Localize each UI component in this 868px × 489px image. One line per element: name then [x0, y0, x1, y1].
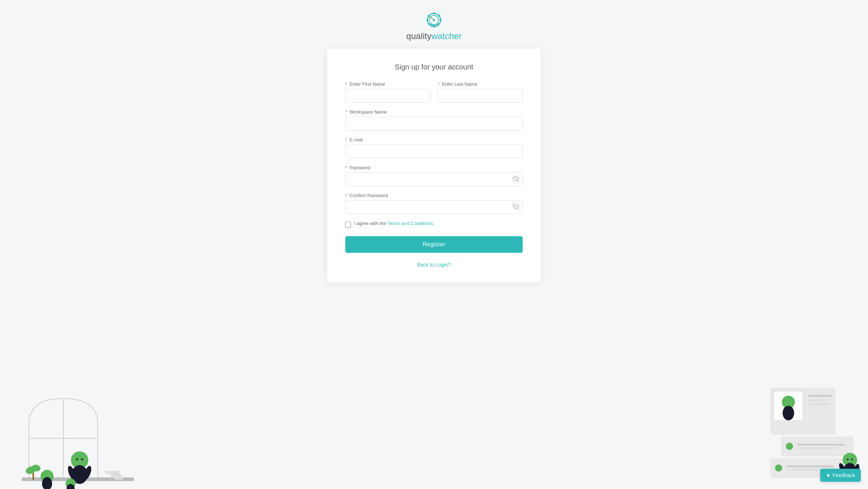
svg-rect-41 [781, 437, 854, 456]
svg-rect-43 [797, 444, 844, 446]
svg-point-28 [66, 479, 76, 489]
svg-point-22 [72, 465, 88, 484]
svg-point-17 [44, 478, 50, 484]
password-visibility-toggle[interactable] [513, 175, 519, 183]
back-login-area: Back to Login? [345, 261, 523, 268]
terms-label: I agree with the Terms and Conditions. [354, 221, 434, 226]
svg-rect-34 [774, 391, 803, 420]
feedback-star-icon: ★ [826, 472, 831, 478]
workspace-label: * Workspace Name [345, 109, 523, 115]
svg-rect-3 [433, 26, 435, 27]
password-group: * Password [345, 165, 523, 186]
svg-rect-18 [33, 473, 34, 480]
svg-point-36 [783, 406, 794, 420]
svg-point-25 [83, 465, 93, 480]
svg-point-20 [31, 464, 41, 472]
svg-point-27 [81, 458, 83, 460]
svg-point-54 [847, 459, 849, 460]
register-button[interactable]: Register [345, 236, 523, 253]
svg-rect-32 [114, 477, 123, 480]
svg-rect-38 [808, 395, 832, 397]
back-login-link[interactable]: Back to Login? [417, 262, 451, 268]
svg-point-24 [67, 465, 77, 480]
confirm-password-label: * Confirm Password [345, 193, 523, 198]
svg-point-23 [75, 467, 84, 475]
svg-rect-33 [770, 388, 835, 435]
first-name-group: * Enter First Name [345, 81, 430, 103]
svg-rect-44 [797, 447, 837, 449]
svg-rect-14 [22, 477, 134, 481]
feedback-button[interactable]: ★ Feedback [820, 469, 861, 482]
email-label: * E-mail [345, 137, 523, 143]
workspace-input[interactable] [345, 117, 523, 131]
password-input[interactable] [345, 173, 523, 186]
confirm-password-visibility-toggle[interactable] [513, 203, 519, 211]
last-name-label: * Enter Last Name [438, 81, 523, 87]
confirm-password-input[interactable] [345, 200, 523, 214]
confirm-password-input-wrapper [345, 200, 523, 214]
feedback-label: Feedback [833, 472, 855, 478]
svg-rect-39 [808, 399, 828, 401]
terms-link[interactable]: Terms and Conditions. [387, 221, 434, 226]
left-illustration [0, 366, 138, 489]
svg-rect-31 [110, 474, 121, 477]
svg-point-55 [851, 459, 853, 460]
svg-point-29 [67, 484, 75, 489]
card-title: Sign up for your account [345, 63, 523, 71]
svg-point-46 [775, 464, 782, 472]
signup-card: Sign up for your account * Enter First N… [327, 48, 541, 282]
password-label: * Password [345, 165, 523, 170]
svg-point-49 [843, 453, 857, 467]
svg-rect-30 [105, 471, 119, 474]
first-name-input[interactable] [345, 89, 430, 103]
svg-rect-4 [426, 20, 428, 21]
svg-point-16 [42, 477, 52, 489]
logo-area: qualitywatcher [406, 11, 462, 41]
svg-point-26 [76, 458, 78, 460]
last-name-input[interactable] [438, 89, 523, 103]
svg-point-42 [786, 443, 793, 450]
terms-checkbox[interactable] [345, 222, 351, 228]
svg-rect-40 [808, 403, 830, 405]
email-group: * E-mail [345, 137, 523, 158]
svg-point-15 [41, 470, 54, 483]
svg-point-35 [782, 396, 795, 409]
password-input-wrapper [345, 173, 523, 186]
logo-icon [421, 11, 447, 29]
svg-point-9 [433, 19, 435, 21]
email-input[interactable] [345, 145, 523, 158]
confirm-password-group: * Confirm Password [345, 193, 523, 214]
workspace-group: * Workspace Name [345, 109, 523, 131]
svg-point-37 [785, 407, 792, 413]
name-row: * Enter First Name * Enter Last Name [345, 81, 523, 103]
svg-point-19 [25, 465, 37, 475]
svg-rect-2 [433, 13, 435, 14]
first-name-label: * Enter First Name [345, 81, 430, 87]
logo-text: qualitywatcher [406, 31, 462, 41]
svg-rect-5 [439, 20, 441, 21]
svg-rect-47 [787, 465, 834, 467]
terms-row: I agree with the Terms and Conditions. [345, 221, 523, 228]
svg-point-21 [71, 451, 88, 469]
last-name-group: * Enter Last Name [438, 81, 523, 103]
